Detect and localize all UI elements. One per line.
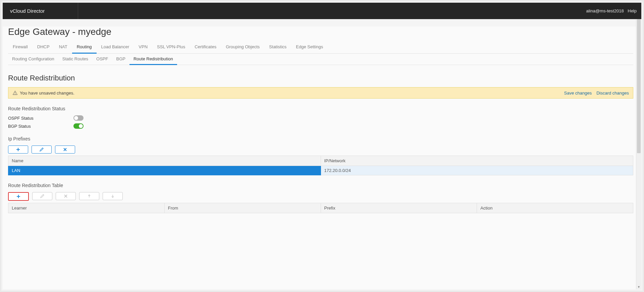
ip-prefixes-add-button[interactable] xyxy=(8,145,28,154)
topbar: vCloud Director alina@ms-test2018 Help xyxy=(3,3,641,19)
edit-icon xyxy=(40,194,44,198)
edit-icon xyxy=(40,148,44,152)
ip-prefixes-heading: Ip Prefixes xyxy=(8,136,633,141)
tab-edge-settings[interactable]: Edge Settings xyxy=(291,41,328,54)
user-name[interactable]: alina@ms-test2018 xyxy=(586,8,624,13)
ospf-status-row: OSPF Status xyxy=(8,115,633,121)
delete-icon xyxy=(63,148,67,151)
ip-prefixes-delete-button[interactable] xyxy=(55,145,75,154)
ospf-status-toggle[interactable] xyxy=(73,115,84,121)
col-action[interactable]: Action xyxy=(477,203,633,213)
tab-routing[interactable]: Routing xyxy=(72,41,97,54)
ip-prefixes-toolbar xyxy=(8,145,633,154)
redistribution-move-down-button xyxy=(103,192,123,200)
tab-certificates[interactable]: Certificates xyxy=(190,41,221,54)
delete-icon xyxy=(64,194,67,198)
warning-icon xyxy=(12,90,18,96)
col-name[interactable]: Name xyxy=(8,156,321,166)
redistribution-add-button[interactable] xyxy=(8,192,29,201)
page-title: Edge Gateway - myedge xyxy=(8,26,633,37)
cell-ip: 172.20.0.0/24 xyxy=(321,166,633,175)
table-row[interactable]: LAN 172.20.0.0/24 xyxy=(8,166,633,175)
scroll-down-icon[interactable]: ▼ xyxy=(636,284,641,289)
tab-nat[interactable]: NAT xyxy=(54,41,72,54)
bgp-status-row: BGP Status xyxy=(8,123,633,129)
redistribution-table: Learner From Prefix Action xyxy=(8,203,633,213)
tab-ssl-vpn-plus[interactable]: SSL VPN-Plus xyxy=(152,41,190,54)
tab-load-balancer[interactable]: Load Balancer xyxy=(97,41,134,54)
vertical-scrollbar[interactable]: ▲ ▼ xyxy=(636,19,641,289)
bgp-status-label: BGP Status xyxy=(8,124,73,129)
section-heading: Route Redistribution xyxy=(8,74,633,82)
bgp-status-toggle[interactable] xyxy=(73,123,84,129)
col-learner[interactable]: Learner xyxy=(8,203,165,213)
scroll-thumb[interactable] xyxy=(637,19,641,153)
main-tabs: Firewall DHCP NAT Routing Load Balancer … xyxy=(8,41,633,54)
save-changes-link[interactable]: Save changes xyxy=(564,91,592,96)
ospf-status-label: OSPF Status xyxy=(8,116,73,121)
subtab-route-redistribution[interactable]: Route Redistribution xyxy=(129,54,177,65)
alert-text: You have unsaved changes. xyxy=(20,91,74,96)
tab-vpn[interactable]: VPN xyxy=(134,41,152,54)
plus-icon xyxy=(16,148,20,152)
ip-prefixes-edit-button[interactable] xyxy=(32,145,52,154)
subtab-bgp[interactable]: BGP xyxy=(112,54,129,65)
tab-dhcp[interactable]: DHCP xyxy=(33,41,54,54)
redistribution-move-up-button xyxy=(79,192,99,200)
unsaved-alert: You have unsaved changes. Save changes D… xyxy=(8,87,633,99)
arrow-up-icon xyxy=(88,194,91,198)
routing-subtabs: Routing Configuration Static Routes OSPF… xyxy=(8,54,633,65)
col-ip-network[interactable]: IP/Network xyxy=(321,156,633,166)
subtab-routing-configuration[interactable]: Routing Configuration xyxy=(8,54,58,65)
redistribution-heading: Route Redistribution Table xyxy=(8,183,633,188)
col-prefix[interactable]: Prefix xyxy=(321,203,477,213)
subtab-static-routes[interactable]: Static Routes xyxy=(58,54,92,65)
tab-statistics[interactable]: Statistics xyxy=(264,41,291,54)
redistribution-edit-button xyxy=(32,192,52,200)
help-link[interactable]: Help xyxy=(628,8,637,13)
topbar-right: alina@ms-test2018 Help xyxy=(579,8,641,13)
tab-firewall[interactable]: Firewall xyxy=(8,41,33,54)
ip-prefixes-table: Name IP/Network LAN 172.20.0.0/24 xyxy=(8,156,633,175)
redistribution-delete-button xyxy=(56,192,76,200)
tab-grouping-objects[interactable]: Grouping Objects xyxy=(221,41,264,54)
arrow-down-icon xyxy=(111,194,114,198)
col-from[interactable]: From xyxy=(164,203,321,213)
page-body: Edge Gateway - myedge Firewall DHCP NAT … xyxy=(3,26,641,289)
cell-name: LAN xyxy=(8,166,321,175)
discard-changes-link[interactable]: Discard changes xyxy=(596,91,629,96)
subtab-ospf[interactable]: OSPF xyxy=(92,54,112,65)
svg-point-1 xyxy=(15,94,15,95)
redistribution-toolbar xyxy=(8,192,633,201)
plus-icon xyxy=(16,194,20,198)
status-heading: Route Redistribution Status xyxy=(8,106,633,111)
brand: vCloud Director xyxy=(3,3,78,19)
